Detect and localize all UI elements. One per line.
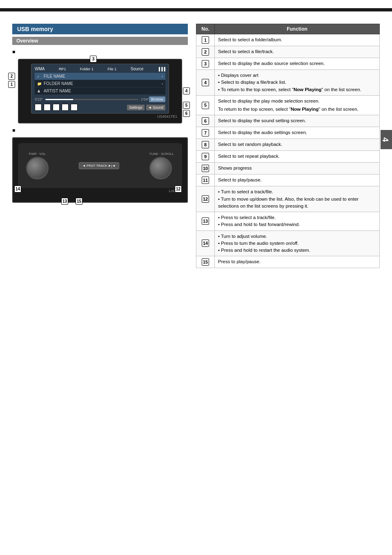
row-number: 3 — [196, 58, 215, 70]
bullet-list: Turn to adjust volume.Press to turn the … — [218, 233, 376, 254]
music-icon: ♪ — [37, 74, 42, 78]
row-number: 15 — [196, 256, 215, 268]
num-badge: 14 — [202, 239, 209, 247]
screen-file-label: File 1 — [107, 67, 116, 71]
bullet-list: Displays cover artSelect to display a fi… — [218, 72, 376, 93]
artist-icon: ♟ — [37, 89, 42, 93]
top-bar — [0, 8, 392, 11]
row-text: Press to play/pause. — [218, 258, 376, 265]
table-body: 1Select to select a folder/album.2Select… — [196, 34, 380, 268]
right-knob-label: TUNE · SCROLL — [149, 152, 174, 156]
table-row: 2Select to select a file/track. — [196, 46, 380, 58]
controls-inner: PWR · VOL ◄ PRST·TRACK ►|◄ TUNE · SCROLL — [18, 143, 182, 188]
row-number: 6 — [196, 115, 215, 127]
row-function: Turn to select a track/file.Turn to move… — [215, 186, 380, 212]
row-function: Turn to adjust volume.Press to turn the … — [215, 231, 380, 256]
bullet-list: Press to select a track/file.Press and h… — [218, 214, 376, 228]
row-number: 4 — [196, 70, 215, 96]
screen-row-filename: ♪ FILE NAME › — [35, 73, 165, 80]
row-function: Select to display the sound setting scre… — [215, 115, 380, 127]
browse-button[interactable]: Browse — [149, 96, 165, 102]
row-text: Select to display the audio settings scr… — [218, 129, 376, 136]
row-function: Shows progress — [215, 163, 380, 175]
row-text: Select to set repeat playback. — [218, 153, 376, 160]
screen-rpt: RP1 — [59, 67, 66, 71]
row-number: 14 — [196, 231, 215, 256]
row-number: 2 — [196, 46, 215, 58]
row-function: Select to play/pause. — [215, 175, 380, 186]
bullet-item: Displays cover art — [218, 72, 376, 79]
callout-5: 5 — [183, 102, 190, 109]
row-function: Press to play/pause. — [215, 256, 380, 268]
callout-11-inline: 11 — [35, 104, 42, 111]
callout-14: 14 — [14, 186, 21, 192]
row-text: Select to display the sound setting scre… — [218, 117, 376, 124]
row-text: Select to select a file/track. — [218, 48, 376, 55]
usb-screen-mockup: WMA RP1 Folder 1 File 1 — [31, 64, 169, 114]
callout-8-inline: 8 — [62, 104, 69, 111]
section-title: USB memory — [12, 24, 188, 34]
controls-code: LA006N — [18, 189, 182, 193]
num-badge: 4 — [202, 79, 209, 86]
num-badge: 3 — [202, 60, 209, 67]
num-badge: 13 — [202, 217, 209, 225]
row-arrow-2: › — [162, 82, 163, 86]
num-badge: 12 — [202, 195, 209, 203]
function-table: No. Function 1Select to select a folder/… — [196, 24, 380, 268]
row-number: 1 — [196, 34, 215, 46]
num-badge: 1 — [202, 36, 209, 44]
bottom-callout-row: 11 10 9 8 7 — [35, 104, 78, 111]
subsection-title: Overview — [12, 37, 188, 45]
screen-diagram-area: 3 2 1 4 5 — [12, 59, 188, 123]
sound-button[interactable]: ◄ Sound — [146, 105, 165, 110]
num-badge: 9 — [202, 153, 209, 160]
screen-source: Source — [131, 67, 144, 71]
left-knob — [26, 157, 49, 179]
settings-button[interactable]: Settings — [127, 105, 145, 110]
row-number: 7 — [196, 127, 215, 139]
screen-action-buttons: Browse — [149, 96, 165, 102]
table-row: 11Select to play/pause. — [196, 175, 380, 186]
table-row: 14Turn to adjust volume.Press to turn th… — [196, 231, 380, 256]
bullet-item: Turn to select a track/file. — [218, 188, 376, 195]
row-text: Select to display the play mode selectio… — [218, 98, 376, 105]
callout-13: 13 — [61, 198, 68, 205]
screen-diagram-label — [12, 49, 188, 55]
table-row: 4Displays cover artSelect to display a f… — [196, 70, 380, 96]
controls-diagram-label — [12, 128, 188, 133]
bullet-item: Press and hold to fast forward/rewind. — [218, 221, 376, 228]
screen-bottom-area: 0'23" 1'04" Browse — [35, 96, 165, 102]
row-number: 12 — [196, 186, 215, 212]
row-text: Shows progress — [218, 165, 376, 172]
row-number: 5 — [196, 95, 215, 115]
time-end: 1'04" — [141, 97, 149, 101]
playback-btn-group: 11 10 9 8 7 — [35, 104, 78, 111]
num-badge: 8 — [202, 141, 209, 148]
row-text: Select to play/pause. — [218, 177, 376, 184]
screen-top-bar: WMA RP1 Folder 1 File 1 — [35, 67, 165, 71]
callout-9-inline: 9 — [53, 104, 60, 111]
row-function: Select to display the audio settings scr… — [215, 127, 380, 139]
row-number: 13 — [196, 212, 215, 231]
left-knob-label: PWR · VOL — [26, 152, 49, 156]
time-start: 0'23" — [35, 97, 43, 101]
callout-3: 3 — [90, 56, 97, 63]
bullet-item: Press to turn the audio system on/off. — [218, 240, 376, 247]
screen-code: US4041TE1 — [23, 114, 177, 119]
table-row: 3Select to display the audio source sele… — [196, 58, 380, 70]
screen-row-foldername: 📁 FOLDER NAME › — [35, 80, 165, 87]
preset-button[interactable]: ◄ PRST·TRACK ►|◄ — [79, 162, 119, 169]
num-badge: 10 — [202, 165, 209, 172]
num-badge: 6 — [202, 117, 209, 125]
right-knob — [149, 157, 172, 179]
table-row: 10Shows progress — [196, 163, 380, 175]
row-number: 11 — [196, 175, 215, 186]
table-row: 1Select to select a folder/album. — [196, 34, 380, 46]
table-row: 5Select to display the play mode selecti… — [196, 95, 380, 115]
callout-4: 4 — [183, 87, 190, 94]
num-badge: 11 — [202, 177, 209, 184]
row-number: 8 — [196, 139, 215, 151]
screen-row-artist: ♟ ARTIST NAME — [35, 87, 165, 95]
row-function: Select to display the audio source selec… — [215, 58, 380, 70]
bullet-item: To return to the top screen, select "Now… — [218, 86, 376, 93]
